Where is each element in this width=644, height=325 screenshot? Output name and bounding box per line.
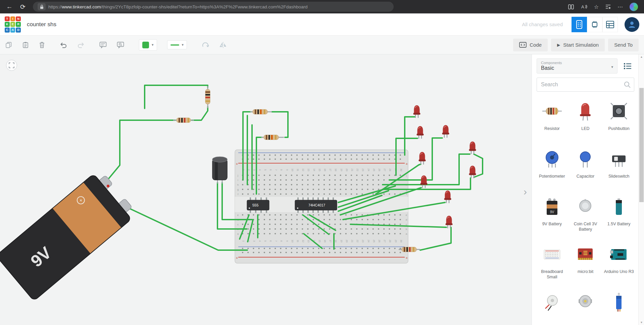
- resistor[interactable]: [261, 135, 284, 140]
- redo-icon[interactable]: [77, 42, 85, 48]
- circuit-canvas[interactable]: + + + + 11223344556677889910101111121213…: [0, 54, 532, 325]
- component-tile-breadboard-small[interactable]: Breadboard Small: [537, 239, 567, 286]
- panel-collapse-chevron[interactable]: ›: [524, 186, 527, 197]
- start-simulation-button[interactable]: ▶ Start Simulation: [551, 39, 605, 51]
- led[interactable]: [420, 176, 428, 188]
- undo-icon[interactable]: [60, 42, 67, 48]
- component-list-toggle-button[interactable]: [621, 59, 634, 73]
- scrollbar-thumb[interactable]: [639, 88, 644, 202]
- wire: [192, 107, 208, 120]
- svg-text:17: 17: [329, 169, 332, 171]
- resistor[interactable]: [250, 109, 272, 114]
- collections-icon[interactable]: [605, 4, 611, 9]
- component-tile-vibration-motor[interactable]: [537, 287, 567, 325]
- components-category-dropdown[interactable]: Components Basic ▾: [537, 58, 617, 74]
- capacitor-electrolytic[interactable]: [212, 157, 227, 184]
- user-avatar[interactable]: [625, 17, 639, 32]
- svg-text:j: j: [237, 174, 238, 177]
- component-tile-capacitor[interactable]: Capacitor: [570, 144, 601, 190]
- code-icon: [519, 42, 527, 48]
- chevron-down-icon: ▾: [611, 65, 613, 69]
- component-tile-pushbutton[interactable]: Pushbutton: [603, 96, 634, 143]
- logo-cell: T: [5, 16, 10, 21]
- rotate-icon[interactable]: [202, 42, 209, 48]
- resistor[interactable]: [205, 86, 210, 108]
- svg-text:4: 4: [259, 240, 261, 242]
- back-icon[interactable]: ←: [4, 1, 15, 12]
- refresh-icon[interactable]: ⟳: [17, 1, 28, 12]
- copy-icon[interactable]: [5, 42, 12, 48]
- logo-cell: E: [10, 22, 15, 27]
- annotation-icon[interactable]: [99, 42, 107, 48]
- delete-icon[interactable]: [39, 42, 45, 48]
- send-to-button[interactable]: Send To: [608, 39, 639, 51]
- led[interactable]: [417, 126, 424, 139]
- svg-text:8: 8: [280, 169, 283, 171]
- read-aloud-icon[interactable]: A: [581, 4, 587, 9]
- 1-5v-battery-icon: [608, 192, 630, 221]
- svg-text:+: +: [236, 256, 238, 260]
- component-tile-led[interactable]: LED: [570, 96, 601, 143]
- svg-text:555: 555: [252, 203, 258, 207]
- component-tile-slideswitch[interactable]: Slideswitch: [603, 144, 634, 190]
- search-input[interactable]: [537, 78, 634, 92]
- browser-profile-avatar[interactable]: [630, 3, 638, 11]
- 9v-battery-icon: 9V: [541, 192, 563, 221]
- settings-ellipsis-icon[interactable]: ⋯: [617, 4, 623, 10]
- led[interactable]: [442, 125, 449, 138]
- tile-label: Resistor: [544, 126, 560, 131]
- resistor[interactable]: [173, 118, 194, 123]
- component-tile-microbit[interactable]: micro:bit: [570, 239, 601, 286]
- panel-scrollbar[interactable]: ▲ ▼: [638, 54, 644, 325]
- editor-toolbar: ▾ ▾ Code ▶ Start Simulation Send To: [0, 36, 644, 54]
- leds[interactable]: [413, 105, 476, 229]
- component-list-view-button[interactable]: [602, 17, 618, 32]
- led[interactable]: [446, 216, 453, 229]
- led[interactable]: [413, 105, 420, 118]
- battery-positive-lead-dot[interactable]: [107, 185, 109, 187]
- document-title[interactable]: counter shs: [27, 21, 56, 28]
- component-tile-potentiometer[interactable]: Potentiometer: [537, 144, 567, 190]
- tinkercad-logo[interactable]: T I N K E R C A D: [5, 16, 21, 33]
- scroll-down-icon[interactable]: ▼: [639, 321, 644, 324]
- svg-text:4: 4: [259, 169, 261, 171]
- address-bar[interactable]: https://www.tinkercad.com/things/2YcT8pz…: [33, 2, 394, 12]
- code-button[interactable]: Code: [513, 39, 548, 51]
- led[interactable]: [444, 191, 451, 203]
- svg-text:+: +: [406, 256, 408, 260]
- paste-icon[interactable]: [22, 42, 29, 48]
- mirror-icon[interactable]: [219, 42, 227, 48]
- chip-74hc4017[interactable]: 74HC4017: [295, 200, 337, 210]
- breadboard-view-button[interactable]: [572, 17, 587, 32]
- svg-text:28: 28: [389, 240, 391, 242]
- svg-text:17: 17: [329, 240, 332, 242]
- component-tile-1-5v-battery[interactable]: 1.5V Battery: [603, 192, 634, 238]
- component-tile-arduino-uno[interactable]: Arduino Uno R3: [603, 239, 634, 286]
- led[interactable]: [469, 142, 476, 154]
- scroll-up-icon[interactable]: ▲: [639, 55, 644, 58]
- site-security-chip[interactable]: [38, 3, 46, 10]
- component-tile-9v-battery[interactable]: 9V 9V Battery: [537, 192, 567, 238]
- led[interactable]: [419, 152, 426, 165]
- component-tile-dc-motor[interactable]: [570, 287, 601, 325]
- component-tile-coin-cell[interactable]: + Coin Cell 3V Battery: [570, 192, 601, 238]
- battery-9v[interactable]: + 9V: [0, 169, 138, 301]
- chip-555-timer[interactable]: 555: [247, 200, 269, 210]
- wire: [105, 120, 176, 183]
- svg-text:9V: 9V: [550, 210, 554, 214]
- split-screen-icon[interactable]: [568, 4, 574, 9]
- tile-label: Arduino Uno R3: [604, 269, 634, 274]
- favorite-star-icon[interactable]: ☆: [594, 4, 599, 10]
- schematic-view-button[interactable]: [587, 17, 602, 32]
- component-color-dropdown[interactable]: ▾: [139, 39, 157, 51]
- component-tile-resistor[interactable]: Resistor: [537, 96, 567, 143]
- component-tile-micro-servo[interactable]: [603, 287, 634, 325]
- slideswitch-icon: [608, 144, 630, 174]
- svg-text:25: 25: [373, 240, 375, 242]
- svg-text:7: 7: [275, 169, 277, 171]
- zoom-to-fit-button[interactable]: [6, 60, 17, 71]
- breadboard-small-icon: [541, 239, 563, 269]
- annotation-visibility-icon[interactable]: [117, 42, 124, 48]
- save-status: All changes saved: [522, 21, 563, 27]
- wire-type-dropdown[interactable]: ▾: [167, 40, 187, 49]
